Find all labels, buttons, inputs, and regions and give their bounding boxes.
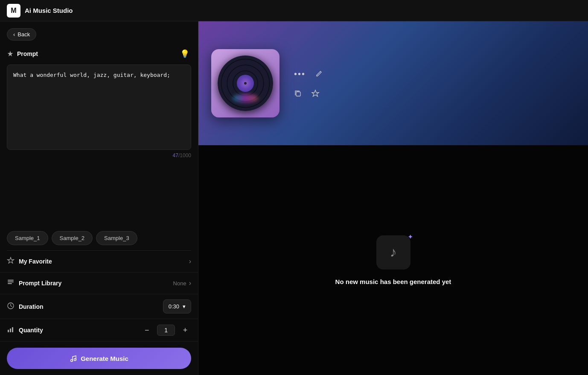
empty-state-text: No new music has been generated yet: [335, 278, 451, 285]
prompt-library-item[interactable]: Prompt Library None ›: [0, 272, 198, 294]
main-layout: ‹ Back Prompt 💡 What a wonderful world, …: [0, 21, 588, 375]
prompt-library-label: Prompt Library: [19, 280, 173, 287]
album-header: •••: [198, 21, 588, 145]
quantity-increase-button[interactable]: +: [179, 324, 191, 336]
back-label: Back: [17, 31, 30, 38]
plus-icon: +: [183, 326, 188, 335]
my-favorite-item[interactable]: My Favorite ›: [0, 251, 198, 272]
prompt-icon: [7, 50, 14, 57]
content-area: ♪ ✦ No new music has been generated yet: [198, 145, 588, 375]
back-button[interactable]: ‹ Back: [7, 28, 36, 41]
vinyl-reflection: [233, 94, 258, 103]
prompt-label-group: Prompt: [7, 50, 38, 57]
char-count-current: 47: [173, 152, 178, 158]
duration-select[interactable]: 0:30 ▾: [163, 299, 191, 313]
my-favorite-chevron: ›: [189, 258, 191, 265]
star-icon: [7, 257, 15, 266]
music-note-icon: ♪: [390, 244, 397, 260]
album-bottom-actions: [292, 88, 324, 100]
quantity-row: Quantity − 1 +: [0, 319, 198, 342]
edit-icon: [315, 70, 323, 78]
copy-icon: [294, 90, 302, 97]
duration-label: Duration: [19, 303, 163, 310]
generate-music-label: Generate Music: [81, 355, 128, 362]
favorite-button[interactable]: [309, 88, 321, 100]
more-dots-icon: •••: [294, 69, 306, 79]
lightbulb-icon: 💡: [180, 49, 189, 59]
sample-3-button[interactable]: Sample_3: [96, 231, 137, 245]
svg-rect-2: [8, 283, 12, 284]
duration-row: Duration 0:30 ▾: [0, 294, 198, 319]
prompt-textarea[interactable]: What a wonderful world, jazz, guitar, ke…: [7, 64, 191, 150]
album-top-actions: •••: [292, 67, 324, 81]
vinyl-center: [237, 75, 254, 92]
prompt-library-value: None: [173, 280, 186, 287]
prompt-section: Prompt 💡 What a wonderful world, jazz, g…: [0, 47, 198, 226]
svg-rect-0: [8, 280, 14, 281]
char-count-max: 1000: [180, 152, 191, 158]
sample-1-button[interactable]: Sample_1: [7, 231, 48, 245]
minus-icon: −: [145, 326, 149, 335]
copy-button[interactable]: [292, 88, 303, 99]
star-empty-icon: [311, 89, 320, 98]
edit-button[interactable]: [313, 68, 324, 79]
sample-2-label: Sample_2: [60, 235, 85, 241]
sample-2-button[interactable]: Sample_2: [52, 231, 93, 245]
prompt-label-text: Prompt: [17, 50, 38, 57]
svg-rect-9: [296, 92, 300, 96]
right-panel: •••: [198, 21, 588, 375]
prompt-library-chevron: ›: [189, 279, 191, 287]
library-icon: [7, 278, 15, 288]
quantity-controls: − 1 +: [141, 324, 191, 336]
char-count: 47/1000: [7, 152, 191, 158]
music-gen-icon: [70, 354, 77, 362]
more-options-button[interactable]: •••: [292, 67, 307, 81]
svg-rect-5: [10, 328, 11, 332]
svg-rect-4: [8, 330, 9, 332]
quantity-decrease-button[interactable]: −: [141, 324, 153, 336]
lightbulb-button[interactable]: 💡: [178, 47, 191, 60]
sample-1-label: Sample_1: [15, 235, 40, 241]
app-title: Ai Music Studio: [25, 7, 73, 14]
back-arrow-icon: ‹: [13, 31, 15, 38]
my-favorite-label: My Favorite: [19, 258, 189, 265]
bars-icon: [7, 325, 15, 335]
duration-chevron-icon: ▾: [183, 303, 186, 310]
album-art: [211, 49, 279, 117]
logo-letter: M: [11, 7, 16, 15]
sparkle-icon: ✦: [408, 233, 413, 241]
empty-state-icon: ♪ ✦: [376, 235, 410, 270]
clock-icon: [7, 302, 15, 311]
generate-music-button[interactable]: Generate Music: [7, 348, 191, 369]
quantity-value: 1: [157, 325, 175, 336]
svg-rect-1: [8, 281, 14, 282]
duration-value: 0:30: [169, 303, 179, 310]
prompt-header: Prompt 💡: [7, 47, 191, 60]
album-actions: •••: [292, 67, 324, 100]
sample-3-label: Sample_3: [104, 235, 129, 241]
sample-buttons-group: Sample_1 Sample_2 Sample_3: [0, 226, 198, 250]
vinyl-record: [218, 56, 273, 111]
svg-rect-6: [12, 327, 13, 332]
app-header: M Ai Music Studio: [0, 0, 588, 21]
left-panel: ‹ Back Prompt 💡 What a wonderful world, …: [0, 21, 198, 375]
app-logo: M: [7, 4, 20, 18]
quantity-label: Quantity: [19, 327, 141, 334]
